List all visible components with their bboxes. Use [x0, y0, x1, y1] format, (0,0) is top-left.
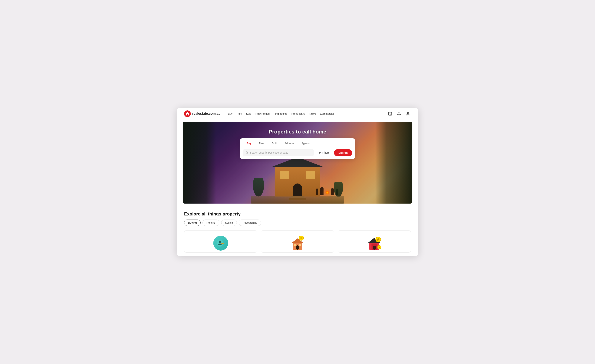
svg-point-5 — [246, 152, 248, 153]
svg-point-4 — [407, 112, 409, 113]
tab-rent[interactable]: Rent — [255, 140, 268, 147]
nav-link-sold[interactable]: Sold — [246, 112, 251, 115]
nav-link-news[interactable]: News — [309, 112, 316, 115]
logo[interactable]: realestate.com.au — [184, 110, 220, 117]
nav-link-buy[interactable]: Buy — [228, 112, 232, 115]
tab-buy[interactable]: Buy — [243, 140, 255, 147]
tree-right-decoration — [375, 122, 412, 203]
nav-link-rent[interactable]: Rent — [236, 112, 242, 115]
nav-link-find-agents[interactable]: Find agents — [274, 112, 287, 115]
house-star-icon: $ — [366, 236, 383, 251]
pill-selling[interactable]: Selling — [221, 220, 237, 226]
tab-sold[interactable]: Sold — [268, 140, 281, 147]
filters-icon — [318, 151, 321, 154]
shortlist-icon[interactable] — [387, 111, 393, 117]
browser-window: realestate.com.au Buy Rent Sold New Home… — [177, 108, 418, 256]
house-illustration — [251, 152, 344, 203]
tree-left-decoration — [183, 122, 216, 203]
logo-icon — [184, 110, 191, 117]
svg-text:$: $ — [300, 237, 302, 239]
search-input[interactable] — [250, 151, 311, 154]
nav-link-new-homes[interactable]: New Homes — [255, 112, 269, 115]
search-box: Buy Rent Sold Address Agents — [240, 138, 355, 159]
filter-pills: Buying Renting Selling Researching — [184, 220, 411, 226]
search-button[interactable]: Search — [334, 149, 352, 156]
filters-button[interactable]: Filters — [315, 149, 333, 156]
svg-rect-10 — [222, 243, 223, 244]
card-house-coin[interactable]: $ + — [261, 230, 334, 253]
house-coin-icon: $ + — [289, 236, 306, 251]
nav-links: Buy Rent Sold New Homes Find agents Home… — [228, 112, 382, 115]
user-icon[interactable] — [405, 111, 411, 117]
nav-bar: realestate.com.au Buy Rent Sold New Home… — [177, 108, 418, 120]
card-1-illustration — [184, 234, 257, 251]
search-tabs: Buy Rent Sold Address Agents — [243, 140, 352, 147]
pill-renting[interactable]: Renting — [203, 220, 219, 226]
svg-text:$: $ — [379, 246, 380, 249]
svg-rect-20 — [373, 246, 376, 250]
search-icon — [245, 151, 248, 154]
cards-row: $ + — [184, 230, 411, 253]
search-input-row: Filters Search — [243, 149, 352, 156]
filters-label: Filters — [322, 151, 329, 154]
card-house-star[interactable]: $ — [338, 230, 411, 253]
explore-section-title: Explore all things property — [184, 211, 411, 217]
binoculars-icon — [213, 236, 228, 251]
svg-text:+: + — [297, 236, 299, 238]
hero-title: Properties to call home — [269, 129, 326, 135]
card-binoculars[interactable] — [184, 230, 257, 253]
hero-section: Properties to call home Buy Rent Sold Ad… — [183, 122, 412, 203]
card-2-illustration: $ + — [261, 234, 334, 251]
pill-researching[interactable]: Researching — [239, 220, 261, 226]
logo-text: realestate.com.au — [192, 112, 220, 116]
nav-link-home-loans[interactable]: Home loans — [291, 112, 305, 115]
tab-address[interactable]: Address — [281, 140, 298, 147]
svg-point-1 — [187, 112, 188, 113]
nav-icons — [387, 111, 411, 117]
svg-rect-14 — [299, 244, 301, 246]
svg-rect-13 — [294, 244, 296, 246]
nav-link-commercial[interactable]: Commercial — [320, 112, 334, 115]
pill-buying[interactable]: Buying — [184, 220, 201, 226]
content-area: Explore all things property Buying Renti… — [177, 205, 418, 256]
svg-point-7 — [219, 241, 221, 243]
notifications-icon[interactable] — [396, 111, 402, 117]
svg-rect-12 — [296, 245, 299, 250]
search-input-wrapper[interactable] — [243, 149, 314, 156]
tab-agents[interactable]: Agents — [298, 140, 313, 147]
card-3-illustration: $ — [338, 234, 411, 251]
